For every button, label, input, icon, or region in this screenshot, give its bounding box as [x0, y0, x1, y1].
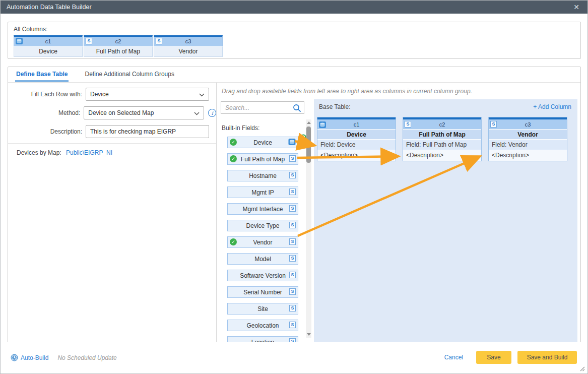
column-card-c1[interactable]: c1 Device Field: Device <Description> [317, 117, 396, 161]
field-label: Serial Number [243, 289, 282, 296]
resize-grip[interactable] [579, 366, 585, 371]
built-in-fields-list: ✓ Device ✓ Full Path of Map S Hostname S [227, 137, 298, 343]
column-id: c2 [115, 38, 121, 44]
all-columns-col-c1: c1 Device [14, 35, 83, 57]
field-mgmt-interface[interactable]: Mgmt Interface S [227, 203, 298, 215]
column-card-c2[interactable]: S c2 Full Path of Map Field: Full Path o… [403, 117, 482, 161]
automation-data-table-builder-dialog: Automation Data Table Builder ✕ All Colu… [0, 0, 588, 374]
field-serial-number[interactable]: Serial Number S [227, 286, 298, 298]
string-field-icon: S [86, 38, 92, 44]
devices-by-map-label: Devices by Map: [17, 149, 61, 156]
close-icon[interactable]: ✕ [571, 1, 581, 14]
scroll-up-icon[interactable] [307, 121, 311, 124]
column-id: c1 [354, 121, 360, 128]
chevron-down-icon [199, 93, 205, 97]
add-column-button[interactable]: + Add Column [533, 103, 571, 110]
device-icon [288, 139, 296, 147]
clock-icon [11, 354, 18, 361]
column-field: Field: Vendor [489, 140, 567, 150]
schedule-status: No Scheduled Update [57, 354, 116, 361]
main-content: Fill Each Row with: Device Method: Devic… [8, 83, 580, 343]
devices-by-map-link[interactable]: Public\EIGRP_NI [66, 149, 112, 156]
divider [8, 143, 216, 144]
column-name: Device [317, 130, 396, 140]
string-field-icon: S [405, 121, 411, 128]
string-field-icon: S [289, 305, 296, 311]
save-and-build-button[interactable]: Save and Build [517, 351, 577, 364]
string-field-icon: S [289, 288, 296, 295]
field-hostname[interactable]: Hostname S [227, 170, 298, 181]
string-field-icon: S [289, 322, 296, 328]
string-field-icon: S [289, 205, 296, 212]
column-field: Field: Full Path of Map [403, 140, 481, 150]
field-full-path-of-map[interactable]: ✓ Full Path of Map S [227, 153, 298, 165]
field-model[interactable]: Model S [227, 253, 298, 265]
base-table-area: Base Table: + Add Column c1 Device Field… [314, 99, 577, 342]
method-value: Device on Selected Map [88, 109, 154, 116]
device-icon [16, 38, 23, 47]
field-label: Model [254, 256, 271, 263]
search-input[interactable] [221, 102, 304, 113]
all-columns-label: All Columns: [14, 26, 47, 33]
column-id: c3 [185, 38, 191, 44]
scrollbar-thumb[interactable] [306, 127, 311, 163]
column-description[interactable]: <Description> [403, 150, 481, 161]
fields-scrollbar[interactable] [306, 119, 311, 338]
column-description[interactable]: <Description> [317, 150, 396, 161]
string-field-icon: S [289, 272, 296, 278]
device-icon [319, 121, 326, 131]
all-columns-table: c1 Device S c2 Full Path of Map S c3 Ven… [14, 35, 224, 57]
save-button[interactable]: Save [476, 351, 511, 364]
chevron-down-icon [194, 112, 200, 115]
column-name: Vendor [154, 46, 223, 57]
method-label: Method: [8, 109, 80, 116]
fill-each-row-value: Device [90, 91, 109, 98]
tab-define-additional-column-groups[interactable]: Define Additional Column Groups [84, 67, 175, 82]
check-icon: ✓ [230, 238, 237, 245]
base-table-label: Base Table: [319, 103, 351, 110]
column-name: Full Path of Map [84, 46, 153, 57]
field-device-type[interactable]: Device Type S [227, 220, 298, 231]
field-mgmt-ip[interactable]: Mgmt IP S [227, 186, 298, 198]
all-columns-section: All Columns: c1 Device S c2 Full Path of… [8, 22, 581, 59]
column-id: c2 [439, 121, 445, 128]
column-card-c3[interactable]: S c3 Vendor Field: Vendor <Description> [488, 117, 567, 161]
field-label: Mgmt IP [251, 189, 274, 196]
field-geolocation[interactable]: Geolocation S [227, 320, 298, 331]
check-icon: ✓ [230, 155, 237, 162]
column-name: Full Path of Map [403, 130, 481, 140]
right-panel: Drag and drop available fields from left… [217, 83, 580, 343]
column-description[interactable]: <Description> [489, 150, 567, 161]
tabbar: Define Base Table Define Additional Colu… [8, 67, 580, 83]
tab-define-base-table[interactable]: Define Base Table [15, 67, 69, 82]
drag-drop-hint: Drag and drop available fields from left… [222, 88, 472, 95]
string-field-icon: S [490, 121, 497, 128]
field-label: Software Version [240, 272, 286, 279]
fill-each-row-label: Fill Each Row with: [8, 91, 82, 98]
info-icon[interactable]: i [208, 109, 216, 117]
field-label: Mgmt Interface [242, 206, 283, 213]
field-software-version[interactable]: Software Version S [227, 270, 298, 281]
field-site[interactable]: Site S [227, 303, 298, 315]
footer: Auto-Build No Scheduled Update Cancel Sa… [1, 342, 587, 373]
column-id: c3 [525, 121, 531, 128]
string-field-icon: S [289, 222, 296, 228]
cancel-button[interactable]: Cancel [444, 354, 463, 361]
auto-build-button[interactable]: Auto-Build [21, 354, 48, 361]
field-label: Device Type [246, 222, 280, 229]
method-select[interactable]: Device on Selected Map [84, 106, 204, 119]
base-table-columns: c1 Device Field: Device <Description> S … [314, 117, 577, 161]
description-input[interactable] [86, 125, 209, 138]
all-columns-col-c2: S c2 Full Path of Map [84, 35, 153, 57]
field-device[interactable]: ✓ Device [227, 137, 298, 148]
search-box [221, 101, 304, 114]
field-vendor[interactable]: ✓ Vendor S [227, 236, 298, 248]
column-name: Device [14, 46, 83, 57]
built-in-fields-label: Built-in Fields: [222, 124, 259, 132]
scroll-down-icon[interactable] [307, 333, 311, 336]
preview-magnifier-icon[interactable] [297, 134, 307, 144]
column-field: Field: Device [317, 140, 396, 150]
string-field-icon: S [289, 238, 296, 245]
field-label: Vendor [253, 239, 272, 246]
fill-each-row-select[interactable]: Device [86, 88, 209, 101]
